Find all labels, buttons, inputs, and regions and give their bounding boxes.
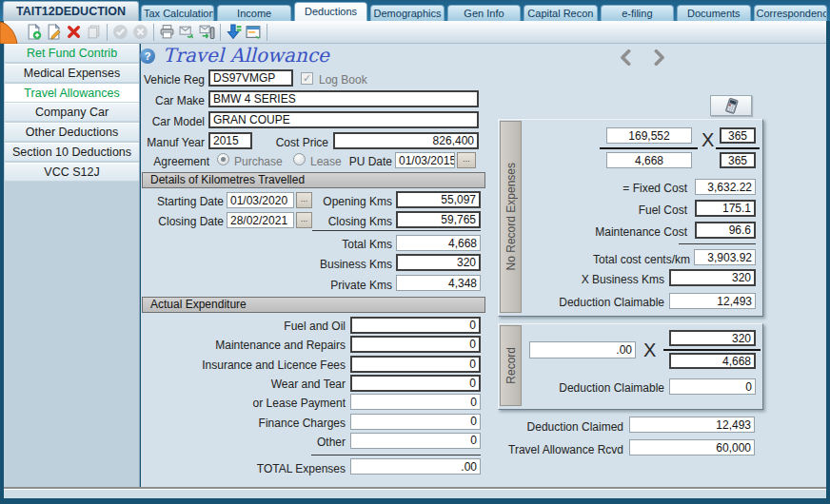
record-business-kms-value: 320 — [669, 330, 756, 346]
record-total-kms-value: 4,668 — [669, 353, 756, 369]
purchase-radio[interactable] — [217, 153, 229, 165]
tab-demographics[interactable]: Demographics — [370, 5, 444, 21]
nr-total-value-input[interactable]: 169,552 — [606, 127, 692, 144]
fuel-cost-input[interactable]: 175.1 — [695, 200, 756, 217]
nr-fraction-line — [600, 147, 698, 149]
sidebar-item-company-car[interactable]: Company Car — [5, 103, 139, 122]
tab-capital-recon[interactable]: Capital Recon — [524, 5, 597, 21]
export-device-icon — [199, 24, 215, 40]
next-record-icon[interactable] — [653, 49, 666, 66]
finance-charges-input: 0 — [350, 414, 481, 430]
help-icon[interactable]: ? — [140, 48, 155, 64]
sidebar-item-section-10-deductions[interactable]: Section 10 Deductions — [5, 143, 139, 162]
nr-sum-line — [679, 243, 756, 244]
fuel-and-oil-input[interactable]: 0 — [350, 317, 481, 334]
opening-kms-label: Opening Kms — [314, 195, 392, 208]
toolbar-separator — [107, 24, 108, 41]
maintenance-and-repairs-input[interactable]: 0 — [350, 336, 481, 353]
maintenance-and-repairs-label: Maintenance and Repairs — [160, 339, 346, 352]
window-title: TAIT12DEDUCTION — [3, 1, 139, 21]
calculator-icon — [723, 98, 740, 114]
nr-total-kms-input: 4,668 — [606, 152, 692, 168]
nr-days-numerator-input[interactable]: 365 — [720, 127, 756, 144]
insurance-and-licence-fees-input[interactable]: 0 — [350, 356, 481, 373]
nr-deduction-claimable-label: Deduction Claimable — [539, 296, 664, 309]
sidebar-item-ret-fund-contrib[interactable]: Ret Fund Contrib — [5, 44, 139, 63]
total-kms-value: 4,668 — [396, 235, 481, 251]
starting-date-input[interactable]: 01/03/2020 — [227, 192, 294, 208]
tab-tax-calculation[interactable]: Tax Calculation — [141, 5, 214, 21]
starting-date-picker-button[interactable]: ... — [296, 192, 312, 208]
car-make-input[interactable]: BMW 4 SERIES — [208, 90, 479, 107]
business-kms-input[interactable]: 320 — [396, 254, 481, 271]
sidebar-item-medical-expenses[interactable]: Medical Expenses — [5, 64, 139, 83]
cost-price-input[interactable]: 826,400 — [333, 132, 479, 149]
km-section-header: Details of Kilometres Travelled — [142, 172, 485, 188]
tab-gen-info[interactable]: Gen Info — [447, 5, 521, 21]
tab-deductions[interactable]: Deductions — [294, 2, 367, 21]
record-fraction-line — [663, 349, 761, 351]
fixed-cost-value: 3,632.22 — [695, 179, 756, 195]
toolbar — [4, 21, 826, 44]
import-download-button[interactable] — [224, 22, 244, 42]
email-sync-button[interactable] — [177, 22, 197, 42]
closing-date-picker-button[interactable]: ... — [296, 212, 312, 228]
status-strip — [4, 490, 826, 498]
record-deduction-claimable-value: 0 — [669, 378, 756, 395]
car-model-input[interactable]: GRAN COUPE — [208, 111, 479, 128]
total-expenses-label: TOTAL Expenses — [219, 462, 346, 475]
nr-days-denominator-input[interactable]: 365 — [720, 152, 756, 168]
tab-correspondence[interactable]: Correspondence — [754, 5, 827, 21]
sidebar-item-vcc-s12j[interactable]: VCC S12J — [5, 163, 139, 182]
log-book-checkbox[interactable]: ✓ — [301, 72, 313, 85]
sidebar-item-other-deductions[interactable]: Other Deductions — [5, 123, 139, 142]
record-rate-input[interactable]: .00 — [529, 341, 636, 359]
approve-check-icon — [112, 24, 128, 40]
no-record-strip: No Record Expenses — [500, 121, 522, 313]
tab-bar: Tax CalculationIncomeDeductionsDemograph… — [141, 3, 827, 21]
vehicle-reg-input[interactable]: DS97VMGP — [208, 69, 293, 87]
expenditure-section-header: Actual Expenditure — [142, 297, 485, 313]
form-view-button[interactable] — [244, 22, 264, 42]
calculator-button[interactable] — [710, 95, 752, 116]
business-kms-label: Business Kms — [314, 258, 392, 271]
maintenance-cost-input[interactable]: 96.6 — [695, 222, 756, 239]
sidebar-item-travel-allowances[interactable]: Travel Allowances — [5, 84, 139, 103]
app-window: TAIT12DEDUCTION Tax CalculationIncomeDed… — [0, 0, 830, 504]
purchase-radio-label: Purchase — [234, 155, 283, 168]
private-kms-value: 4,348 — [396, 275, 481, 291]
closing-kms-label: Closing Kms — [314, 215, 392, 228]
reject-cross-icon — [132, 24, 148, 40]
tab-documents[interactable]: Documents — [677, 5, 750, 21]
closing-date-input[interactable]: 28/02/2021 — [227, 212, 294, 228]
import-download-icon — [226, 24, 242, 40]
pu-date-label: PU Date — [343, 155, 392, 168]
private-kms-label: Private Kms — [314, 279, 392, 292]
or-lease-payment-label: or Lease Payment — [160, 397, 346, 410]
title-bar: TAIT12DEDUCTION Tax CalculationIncomeDed… — [0, 0, 830, 21]
new-document-button[interactable] — [24, 22, 44, 42]
opening-kms-input[interactable]: 55,097 — [396, 191, 481, 208]
print-button[interactable] — [157, 22, 177, 42]
nr-business-kms-label: X Business Kms — [560, 273, 664, 286]
delete-record-button[interactable] — [64, 22, 84, 42]
wear-and-tear-input[interactable]: 0 — [350, 375, 481, 392]
maintenance-cost-label: Maintenance Cost — [571, 225, 687, 239]
pu-date-input[interactable]: 01/03/2015 — [395, 152, 455, 168]
tab-income[interactable]: Income — [217, 5, 290, 21]
lease-radio[interactable] — [293, 153, 306, 165]
other-input: 0 — [350, 433, 481, 449]
total-cost-value: 3,903.92 — [694, 249, 756, 265]
page-title: Travel Allowance — [163, 44, 329, 67]
pu-date-picker-button[interactable]: ... — [457, 152, 476, 168]
closing-kms-input[interactable]: 59,765 — [396, 211, 481, 228]
edit-record-icon — [46, 24, 62, 40]
export-device-button[interactable] — [197, 22, 217, 42]
deduction-claimed-value: 12,493 — [629, 417, 755, 433]
nr-business-kms-input[interactable]: 320 — [669, 269, 756, 286]
edit-record-button[interactable] — [44, 22, 64, 42]
total-cost-label: Total cost cents/km — [533, 253, 690, 266]
tab-e-filing[interactable]: e-filing — [601, 5, 674, 21]
approve-check-button — [110, 22, 130, 42]
previous-record-icon[interactable] — [619, 49, 632, 66]
